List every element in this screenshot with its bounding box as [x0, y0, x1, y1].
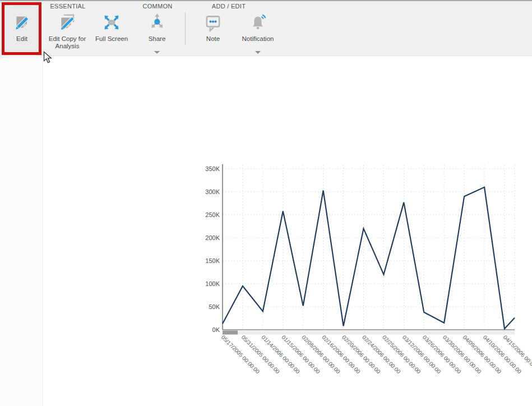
share-button-label: Share [149, 35, 166, 43]
sales-line-chart[interactable]: 0K50K100K150K200K250K300K350K05/17/2005 … [191, 157, 532, 406]
y-tick-label: 100K [205, 280, 220, 287]
chart-canvas: 0K50K100K150K200K250K300K350K05/17/2005 … [191, 157, 532, 406]
app-window: ESSENTIAL COMMON ADD / EDIT Edit [0, 0, 532, 406]
x-tick-label: 04/09/2006 00:00:00 [462, 334, 503, 375]
share-button[interactable]: Share [135, 1, 179, 56]
x-tick-label: 03/12/2006 00:00:00 [401, 334, 442, 375]
x-tick-label: 02/16/2006 00:00:00 [321, 334, 362, 375]
x-tick-label: 02/24/2006 00:00:00 [361, 334, 402, 375]
x-tick-label: 01/15/2006 00:00:00 [280, 334, 321, 375]
x-tick-label: 03/30/2006 00:00:00 [442, 334, 483, 375]
full-screen-icon [102, 13, 121, 32]
edit-copy-button-label: Edit Copy for Analysis [45, 35, 89, 50]
chart-scrollbar-track[interactable] [223, 331, 515, 335]
x-tick-label: 05/31/2005 00:00:00 [240, 334, 281, 375]
y-tick-label: 200K [205, 234, 220, 241]
x-tick-label: 05/17/2005 00:00:00 [220, 334, 261, 375]
x-tick-label: 04/10/2006 00:00:00 [482, 334, 523, 375]
edit-copy-for-analysis-button[interactable]: Edit Copy for Analysis [45, 1, 89, 56]
edit-button-label: Edit [16, 35, 27, 43]
chart-series-line [223, 187, 515, 329]
edit-icon [12, 13, 31, 32]
notification-dropdown-arrow[interactable] [255, 51, 261, 54]
x-tick-label: 02/08/2006 00:00:00 [300, 334, 341, 375]
x-tick-label: 02/25/2006 00:00:00 [381, 334, 422, 375]
ribbon-toolbar: ESSENTIAL COMMON ADD / EDIT Edit [0, 0, 532, 56]
y-tick-label: 250K [205, 211, 220, 218]
note-button-label: Note [206, 35, 220, 43]
note-button[interactable]: Note [191, 1, 235, 56]
y-tick-label: 50K [209, 303, 220, 310]
note-icon [203, 13, 223, 32]
toolbar-group-divider [185, 12, 186, 45]
y-tick-label: 350K [205, 165, 220, 172]
edit-copy-icon [58, 13, 77, 32]
edit-button[interactable]: Edit [2, 1, 41, 56]
notification-button-label: Notification [242, 35, 274, 43]
x-tick-label: 02/20/2006 00:00:00 [341, 334, 382, 375]
x-tick-label: 03/26/2006 00:00:00 [422, 334, 462, 375]
notification-button[interactable]: Notification [233, 1, 283, 56]
share-icon [147, 13, 166, 32]
full-screen-button[interactable]: Full Screen [90, 1, 133, 56]
y-tick-label: 0K [212, 326, 220, 333]
y-tick-label: 150K [205, 257, 220, 264]
notification-icon [248, 13, 267, 32]
share-dropdown-arrow[interactable] [154, 51, 160, 54]
x-tick-label: 01/14/2006 00:00:00 [260, 334, 301, 375]
y-tick-label: 300K [205, 188, 220, 195]
left-panel [0, 57, 43, 406]
full-screen-button-label: Full Screen [95, 35, 128, 43]
